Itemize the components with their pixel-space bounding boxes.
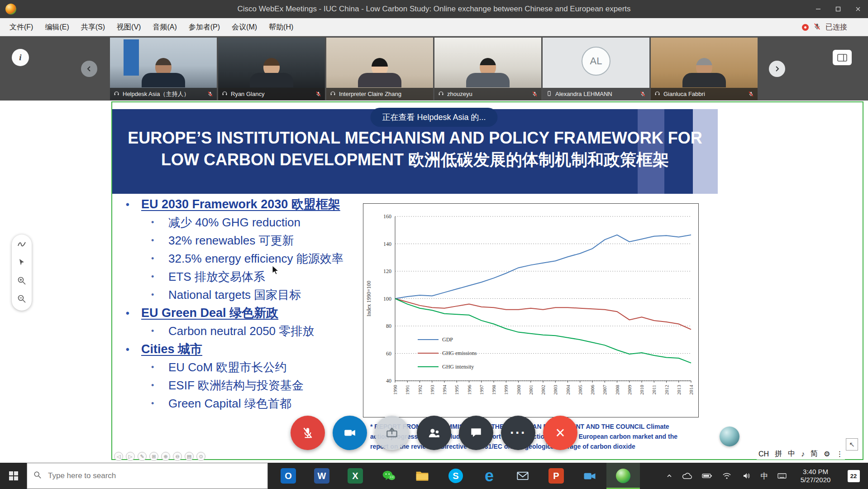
- participant-tile-ryan-glancy[interactable]: Ryan Glancy: [218, 38, 325, 100]
- zoom-out-button[interactable]: ⊖: [173, 452, 182, 461]
- webex-app-icon: [616, 469, 630, 483]
- zoom-in-button[interactable]: ⊕: [161, 452, 170, 461]
- ime-punctuation[interactable]: ♪: [801, 450, 805, 458]
- headset-icon: [654, 90, 660, 98]
- ime-mode[interactable]: CH: [758, 450, 769, 458]
- menu-edit[interactable]: 编辑(E): [39, 18, 75, 36]
- pointer-icon[interactable]: [17, 258, 26, 269]
- exit-fullscreen-button[interactable]: ↖: [846, 438, 858, 451]
- taskbar-app-powerpoint[interactable]: P: [539, 463, 573, 489]
- webex-assistant-sphere[interactable]: [720, 427, 739, 446]
- taskbar-search[interactable]: [27, 463, 268, 489]
- ime-simplified[interactable]: 简: [811, 449, 818, 459]
- menu-help[interactable]: 帮助(H): [263, 18, 299, 36]
- search-icon: [33, 471, 42, 481]
- taskbar-app-file-explorer[interactable]: [405, 463, 439, 489]
- webex-window: Cisco WebEx Meetings - IUC China - Low C…: [0, 0, 868, 489]
- taskbar-app-webex[interactable]: [606, 463, 640, 489]
- close-button[interactable]: [848, 0, 868, 18]
- info-button[interactable]: i: [12, 49, 29, 66]
- windows-taskbar: O W X S e P 中 3:40 PM 5/27/2020: [0, 463, 868, 489]
- onedrive-cloud-icon[interactable]: [677, 472, 697, 479]
- taskbar-apps: O W X S e P: [272, 463, 640, 489]
- thumbnails-button[interactable]: ⊞: [149, 452, 158, 461]
- prev-slide-button[interactable]: ◁: [114, 452, 123, 461]
- svg-text:2003: 2003: [553, 385, 558, 395]
- menu-share[interactable]: 共享(S): [75, 18, 111, 36]
- notification-center[interactable]: 22: [839, 470, 868, 482]
- ime-more[interactable]: ⋮: [836, 450, 843, 458]
- layout-panel-button[interactable]: [833, 50, 852, 65]
- minimize-button[interactable]: [808, 0, 828, 18]
- ime-chinese[interactable]: 中: [788, 449, 795, 459]
- ime-language-bar: CH 拼 中 ♪ 简 ⚙ ⋮: [757, 448, 845, 460]
- taskbar-app-mail[interactable]: [506, 463, 539, 489]
- video-button[interactable]: [333, 416, 367, 450]
- participant-tile-gianluca-fabbri[interactable]: Gianluca Fabbri: [651, 38, 758, 100]
- participant-tile-claire-zhang[interactable]: Interpreter Claire Zhang: [326, 38, 433, 100]
- connected-status: 已连接: [825, 23, 847, 32]
- menu-meeting[interactable]: 会议(M): [226, 18, 263, 36]
- svg-text:2012: 2012: [664, 385, 669, 395]
- notification-badge: 22: [848, 470, 860, 482]
- headset-icon: [222, 90, 228, 98]
- muted-mic-icon: [640, 91, 646, 97]
- menu-audio[interactable]: 音频(A): [147, 18, 182, 36]
- network-wifi-icon[interactable]: [717, 473, 737, 479]
- more-options-button[interactable]: ···: [501, 416, 535, 450]
- zoom-in-icon[interactable]: [17, 276, 26, 287]
- svg-text:2010: 2010: [639, 385, 644, 395]
- svg-text:2009: 2009: [627, 385, 632, 395]
- wechat-icon: [382, 469, 396, 483]
- participant-namebar: zhouzeyu: [434, 88, 541, 100]
- participants-button[interactable]: [417, 416, 451, 450]
- share-screen-button[interactable]: [375, 416, 409, 450]
- annotate-pen-icon[interactable]: [17, 240, 26, 251]
- svg-text:GDP: GDP: [442, 336, 453, 343]
- zoom-out-icon[interactable]: [17, 294, 26, 305]
- battery-icon[interactable]: [697, 473, 717, 479]
- person-silhouette: [142, 58, 185, 88]
- participant-namebar: Ryan Glancy: [218, 88, 325, 100]
- participant-tile-alexandra-lehmann[interactable]: AL Alexandra LEHMANN: [543, 38, 649, 100]
- taskbar-app-skype[interactable]: S: [439, 463, 472, 489]
- start-button[interactable]: [0, 463, 27, 489]
- menu-file[interactable]: 文件(F): [4, 18, 39, 36]
- clock-time: 3:40 PM: [803, 468, 828, 475]
- more-view-button[interactable]: ⊙: [196, 452, 205, 461]
- mute-button[interactable]: [291, 416, 325, 450]
- maximize-button[interactable]: [828, 0, 848, 18]
- tray-overflow-chevron[interactable]: [662, 473, 677, 479]
- taskbar-app-outlook[interactable]: O: [272, 463, 305, 489]
- person-silhouette: [466, 58, 510, 88]
- ime-settings[interactable]: ⚙: [824, 450, 830, 458]
- taskbar-app-camera[interactable]: [573, 463, 606, 489]
- taskbar-app-wechat[interactable]: [372, 463, 405, 489]
- participant-tile-zhouzeyu[interactable]: zhouzeyu: [434, 38, 541, 100]
- menu-view[interactable]: 视图(V): [111, 18, 147, 36]
- taskbar-app-edge[interactable]: e: [472, 463, 506, 489]
- window-title: Cisco WebEx Meetings - IUC China - Low C…: [0, 0, 868, 18]
- fit-view-button[interactable]: ▤: [185, 452, 194, 461]
- ime-language-indicator[interactable]: 中: [757, 471, 772, 481]
- end-meeting-button[interactable]: ×: [543, 416, 577, 450]
- ime-pinyin[interactable]: 拼: [775, 449, 782, 459]
- headset-icon: [114, 90, 119, 98]
- participant-tile-helpdesk-asia[interactable]: Helpdesk Asia（主持人）: [110, 38, 217, 100]
- strip-prev-button[interactable]: [81, 61, 97, 77]
- chat-button[interactable]: [459, 416, 493, 450]
- backdrop-banner: [124, 39, 139, 76]
- strip-next-button[interactable]: [769, 61, 785, 77]
- taskbar-app-word[interactable]: W: [305, 463, 339, 489]
- clock[interactable]: 3:40 PM 5/27/2020: [792, 468, 839, 484]
- svg-text:2011: 2011: [651, 385, 657, 395]
- taskbar-app-excel[interactable]: X: [339, 463, 372, 489]
- annotate-button[interactable]: ✎: [138, 452, 147, 461]
- next-slide-button[interactable]: ▷: [126, 452, 135, 461]
- avatar: AL: [582, 47, 610, 76]
- touch-keyboard-icon[interactable]: [772, 473, 792, 479]
- speaker-icon[interactable]: [737, 473, 757, 479]
- search-input[interactable]: [47, 471, 237, 481]
- menu-participants[interactable]: 参加者(P): [183, 18, 226, 36]
- slide-title-line1: EUROPE’S INSTITUTIONAL MECHANISM AND POL…: [112, 127, 718, 149]
